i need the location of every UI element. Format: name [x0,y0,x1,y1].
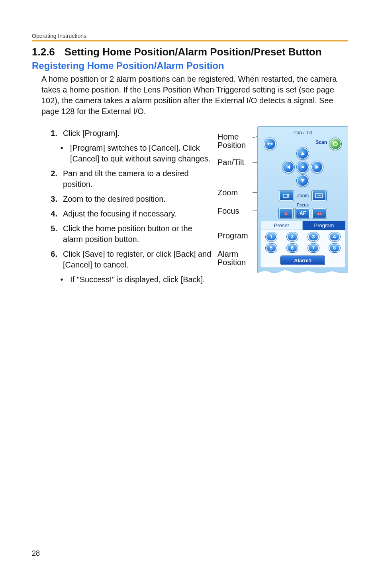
zoom-in-button[interactable] [312,191,326,201]
zoom-out-button[interactable] [279,191,294,201]
control-panel-figure: Home Position Pan/Tilt Zoom Focus Progra… [217,124,348,292]
focus-auto-button[interactable]: AF [296,208,310,218]
svg-rect-8 [283,194,287,197]
callout-home: Home Position [217,133,257,149]
step-number: 1. [44,128,57,139]
preset-4-button[interactable]: 4 [329,232,340,241]
callout-pantilt: Pan/Tilt [217,158,244,167]
header-rule [32,40,348,41]
pan-right-button[interactable] [311,161,323,173]
zoom-label: Zoom [296,193,310,199]
step-text: Zoom to the desired position. [63,194,212,205]
tilt-up-button[interactable] [297,147,309,159]
preset-5-button[interactable]: 5 [266,244,277,252]
scan-label: Scan [315,140,327,145]
section-heading: 1.2.6Setting Home Position/Alarm Positio… [32,45,348,59]
scan-button[interactable] [329,138,341,150]
steps-list: 1. Click [Program]. • [Program] switches… [32,124,212,287]
svg-point-7 [302,166,304,168]
step: 3. Zoom to the desired position. [44,194,212,205]
step-number: 6. [44,249,57,270]
bullet-icon: • [57,274,66,285]
step-sub-text: [Program] switches to [Cancel]. Click [C… [70,143,212,164]
running-head: Operating Instructions [32,33,348,39]
preset-1-button[interactable]: 1 [266,232,277,241]
page-number: 28 [32,549,40,558]
tab-preset[interactable]: Preset [260,221,303,230]
tilt-down-button[interactable] [297,175,309,187]
bullet-icon: • [57,143,66,164]
intro-paragraph: A home position or 2 alarm positions can… [41,74,348,117]
step: 4. Adjust the focusing if necessary. [44,208,212,219]
focus-title: Focus [260,203,345,207]
step-number: 4. [44,208,57,219]
step-text: Adjust the focusing if necessary. [63,208,212,219]
callout-focus: Focus [217,207,239,215]
step-number: 5. [44,223,57,245]
step-sub: • If "Success!" is displayed, click [Bac… [57,274,212,285]
preset-8-button[interactable]: 8 [329,244,340,252]
home-position-button[interactable] [264,138,276,150]
center-button[interactable] [297,161,309,173]
step: 2. Pan and tilt the camera to a desired … [44,168,212,190]
subheading: Registering Home Position/Alarm Position [32,60,348,71]
preset-7-button[interactable]: 7 [308,244,319,252]
callout-zoom: Zoom [217,189,238,197]
step-text: Pan and tilt the camera to a desired pos… [63,168,212,190]
section-title: Setting Home Position/Alarm Position/Pre… [65,46,322,58]
step: 5. Click the home position button or the… [44,223,212,245]
preset-area: 1 2 3 4 5 6 7 8 Alarm1 [260,230,345,268]
step-sub: • [Program] switches to [Cancel]. Click … [57,143,212,164]
step-text: Click [Save] to register, or click [Back… [63,249,212,270]
step-number: 3. [44,194,57,205]
alarm-position-button[interactable]: Alarm1 [280,256,325,265]
step-sub-text: If "Success!" is displayed, click [Back]… [70,274,212,285]
tab-program[interactable]: Program [303,221,345,230]
torn-edge-icon [258,269,350,276]
section-number: 1.2.6 [32,45,55,59]
step: 1. Click [Program]. [44,128,212,139]
preset-2-button[interactable]: 2 [287,232,298,241]
pan-left-button[interactable] [282,161,294,173]
preset-3-button[interactable]: 3 [308,232,319,241]
preset-6-button[interactable]: 6 [287,244,298,252]
step-text: Click [Program]. [63,128,212,139]
ptz-panel: Pan / Tilt Scan [257,126,348,273]
step: 6. Click [Save] to register, or click [B… [44,249,212,270]
step-number: 2. [44,168,57,190]
focus-far-button[interactable] [312,208,327,218]
step-text: Click the home position button or the al… [63,223,212,245]
callout-alarm: Alarm Position [217,250,257,267]
focus-near-button[interactable] [279,208,293,218]
pantilt-title: Pan / Tilt [260,130,345,136]
callout-program: Program [217,232,248,240]
